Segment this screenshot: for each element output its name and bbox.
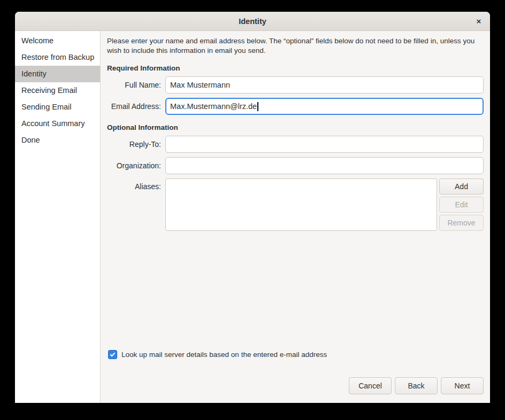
- full-name-input[interactable]: [165, 76, 484, 94]
- aliases-label: Aliases:: [107, 178, 165, 191]
- lookup-checkbox[interactable]: [108, 350, 117, 359]
- identity-wizard-window: Identity × Welcome Restore from Backup I…: [15, 12, 490, 403]
- edit-alias-button: Edit: [439, 197, 484, 213]
- sidebar-item-welcome[interactable]: Welcome: [15, 33, 100, 49]
- titlebar: Identity ×: [15, 12, 490, 31]
- flex-spacer: [107, 235, 484, 350]
- reply-to-row: Reply-To:: [107, 136, 484, 153]
- cancel-button[interactable]: Cancel: [349, 377, 392, 394]
- full-name-label: Full Name:: [107, 81, 165, 89]
- optional-information-header: Optional Information: [107, 123, 484, 131]
- aliases-list[interactable]: [165, 178, 437, 231]
- required-information-header: Required Information: [107, 64, 484, 72]
- text-caret: [257, 102, 258, 111]
- reply-to-label: Reply-To:: [107, 140, 165, 149]
- remove-alias-button: Remove: [439, 215, 484, 231]
- identity-page-content: Please enter your name and email address…: [101, 31, 490, 403]
- email-address-label: Email Address:: [107, 102, 165, 111]
- main-area: Welcome Restore from Backup Identity Rec…: [15, 31, 490, 403]
- sidebar-item-receiving-email[interactable]: Receiving Email: [15, 82, 100, 99]
- email-address-value: Max.Mustermann@lrz.de: [170, 102, 257, 111]
- window-title: Identity: [239, 17, 266, 26]
- lookup-checkbox-label[interactable]: Look up mail server details based on the…: [121, 351, 327, 359]
- sidebar-item-sending-email[interactable]: Sending Email: [15, 99, 100, 115]
- checkmark-icon: [110, 352, 116, 357]
- wizard-steps-sidebar: Welcome Restore from Backup Identity Rec…: [15, 31, 101, 403]
- full-name-row: Full Name:: [107, 76, 484, 94]
- organization-row: Organization:: [107, 157, 484, 174]
- add-alias-button[interactable]: Add: [439, 178, 484, 195]
- sidebar-item-account-summary[interactable]: Account Summary: [15, 115, 100, 132]
- next-button[interactable]: Next: [441, 377, 484, 394]
- organization-label: Organization:: [107, 161, 165, 170]
- footer-buttons: Cancel Back Next: [107, 377, 484, 394]
- email-address-row: Email Address: Max.Mustermann@lrz.de: [107, 98, 484, 115]
- organization-input[interactable]: [165, 157, 484, 174]
- sidebar-item-done[interactable]: Done: [15, 132, 100, 149]
- back-button[interactable]: Back: [395, 377, 438, 394]
- sidebar-item-restore-from-backup[interactable]: Restore from Backup: [15, 49, 100, 66]
- close-icon[interactable]: ×: [472, 14, 486, 28]
- intro-text: Please enter your name and email address…: [107, 36, 484, 56]
- sidebar-item-identity[interactable]: Identity: [15, 66, 100, 82]
- aliases-buttons: Add Edit Remove: [439, 178, 484, 231]
- reply-to-input[interactable]: [165, 136, 484, 153]
- aliases-row: Aliases: Add Edit Remove: [107, 178, 484, 231]
- lookup-checkbox-row: Look up mail server details based on the…: [108, 350, 484, 359]
- email-address-input[interactable]: Max.Mustermann@lrz.de: [165, 98, 484, 115]
